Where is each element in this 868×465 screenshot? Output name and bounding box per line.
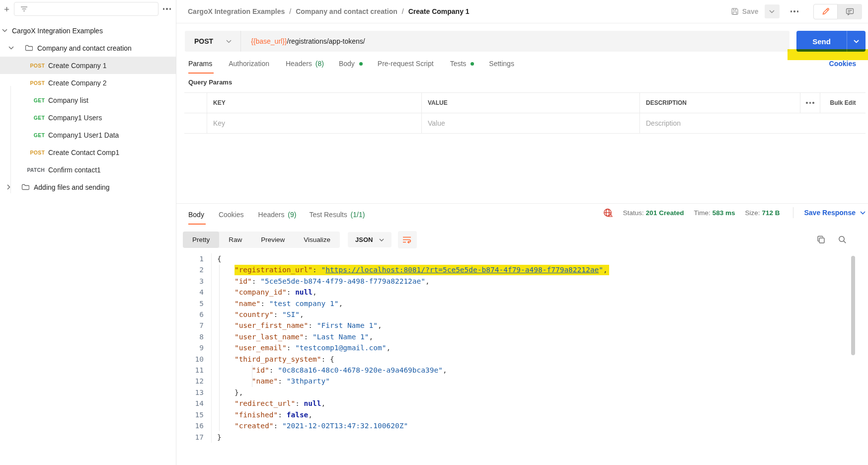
sidebar-request-item[interactable]: POST Create Company 2	[0, 74, 176, 91]
tab[interactable]: Tests	[450, 60, 474, 74]
yellow-highlight-annotation: "registration_url": "https://localhost:8…	[235, 265, 609, 275]
line-number: 1	[176, 253, 204, 264]
sidebar-item-collection[interactable]: CargoX Integration Examples	[0, 22, 176, 39]
registration-url-link[interactable]: https://localhost:8081/?rt=5ce5e5de-b874…	[325, 266, 599, 274]
status-badge: Status:201 Created	[623, 209, 684, 217]
request-url-bar: POST {{base_url}}/registrations/app-toke…	[185, 31, 866, 52]
line-number: 16	[176, 420, 204, 431]
sidebar-request-item[interactable]: GET Company list	[0, 91, 176, 109]
tab[interactable]: Headers (8)	[286, 60, 324, 74]
cookies-link[interactable]: Cookies	[829, 60, 856, 74]
comments-button[interactable]	[838, 4, 862, 19]
line-content: "name": "3thparty"	[211, 376, 330, 387]
method-badge: POST	[26, 150, 45, 155]
send-button[interactable]: Send	[796, 31, 866, 52]
request-more-icon[interactable]	[790, 10, 799, 12]
request-name: Create Contact Comp1	[48, 149, 119, 156]
scrollbar-thumb[interactable]	[851, 256, 855, 355]
params-more-icon[interactable]	[800, 93, 820, 113]
line-number: 2	[176, 264, 204, 275]
tab[interactable]: Pre-request Script	[378, 60, 435, 74]
search-icon[interactable]	[838, 235, 847, 244]
tab[interactable]: Settings	[489, 60, 516, 74]
view-tab[interactable]: Visualize	[294, 232, 340, 248]
line-number: 8	[176, 331, 204, 342]
line-number: 11	[176, 365, 204, 376]
tab[interactable]: Params	[188, 60, 214, 74]
method-select[interactable]: POST	[185, 37, 240, 45]
line-content: "company_id": null,	[211, 287, 317, 298]
send-options-button[interactable]	[847, 31, 866, 52]
table-row: Key Value Description	[184, 113, 866, 134]
view-tab[interactable]: Pretty	[183, 232, 219, 248]
tab[interactable]: Body	[188, 211, 206, 225]
tab[interactable]: Headers (9)	[258, 211, 297, 225]
value-input[interactable]: Value	[421, 113, 639, 133]
tab[interactable]: Body	[339, 60, 363, 74]
edit-pencil-button[interactable]	[813, 4, 838, 19]
description-input[interactable]: Description	[639, 113, 866, 133]
folder-icon	[21, 184, 29, 190]
tab-label: Params	[188, 60, 212, 68]
save-icon	[731, 7, 739, 15]
chevron-down-icon[interactable]	[8, 46, 14, 50]
tab[interactable]: Authorization	[229, 60, 271, 74]
indent-guide	[252, 365, 252, 387]
row-checkbox-cell	[184, 113, 207, 133]
save-response-button[interactable]: Save Response	[804, 209, 866, 217]
sidebar-more-icon[interactable]	[163, 8, 171, 10]
chevron-down-icon[interactable]	[2, 29, 7, 32]
request-list: POST Create Company 1 POST Create Compan…	[0, 57, 176, 178]
key-input[interactable]: Key	[207, 113, 421, 133]
breadcrumb-separator: /	[289, 7, 291, 15]
sidebar-request-item[interactable]: POST Create Company 1	[0, 57, 176, 74]
view-tab[interactable]: Preview	[251, 232, 294, 248]
query-params-table: KEY VALUE DESCRIPTION Bulk Edit Key Valu…	[184, 92, 866, 134]
method-value: POST	[194, 37, 213, 45]
line-content: "user_last_name": "Last Name 1",	[211, 331, 373, 342]
method-badge: GET	[26, 132, 45, 138]
line-number: 4	[176, 287, 204, 298]
line-content: "id": "5ce5e5de-b874-4f79-a498-f779a8221…	[211, 276, 430, 287]
copy-icon[interactable]	[817, 235, 825, 244]
method-badge: POST	[26, 80, 45, 86]
chevron-right-icon[interactable]	[7, 184, 10, 190]
breadcrumb-collection[interactable]: CargoX Integration Examples	[188, 7, 285, 15]
sidebar-item-folder-collapsed[interactable]: Adding files and sending	[0, 178, 176, 196]
tab[interactable]: Cookies	[219, 211, 245, 225]
method-badge: POST	[26, 63, 45, 69]
folder-name: Company and contact creation	[37, 44, 132, 52]
network-warning-icon[interactable]	[603, 208, 613, 218]
view-mode-tabs: Pretty Raw Preview Visualize	[183, 232, 340, 248]
code-line: 11 "id": "0c8c8a16-48c0-4678-920e-a9a469…	[176, 365, 868, 376]
sidebar-request-item[interactable]: PATCH Confirm contact1	[0, 161, 176, 178]
column-description: DESCRIPTION	[639, 93, 800, 113]
save-options-button[interactable]	[765, 4, 780, 18]
sidebar-request-item[interactable]: GET Company1 User1 Data	[0, 126, 176, 144]
breadcrumb-folder[interactable]: Company and contact creation	[296, 7, 397, 15]
sidebar-request-item[interactable]: GET Company1 Users	[0, 109, 176, 126]
view-tab[interactable]: Raw	[219, 232, 251, 248]
sidebar-toolbar: +	[0, 0, 176, 18]
sidebar-item-folder[interactable]: Company and contact creation	[0, 39, 176, 57]
code-line: 4 "company_id": null,	[176, 287, 868, 298]
save-button[interactable]: Save	[726, 7, 764, 15]
line-content: "created": "2021-12-02T13:47:32.100620Z"	[211, 420, 408, 431]
header-actions: Save	[726, 4, 862, 19]
response-body-json: 1 { 2 "registration_url": "https://local…	[176, 253, 868, 443]
format-select[interactable]: JSON	[348, 232, 391, 247]
sidebar-filter-input[interactable]	[14, 2, 158, 16]
sidebar-request-item[interactable]: POST Create Contact Comp1	[0, 144, 176, 161]
breadcrumb-request: Create Company 1	[408, 7, 470, 15]
wrap-text-button[interactable]	[398, 231, 417, 248]
tab-count: (1/1)	[349, 211, 365, 219]
collection-name: CargoX Integration Examples	[12, 27, 103, 35]
url-input[interactable]: {{base_url}}/registrations/app-tokens/	[241, 37, 365, 45]
new-tab-icon[interactable]: +	[4, 4, 9, 14]
tab[interactable]: Test Results (1/1)	[309, 211, 365, 225]
line-number: 9	[176, 342, 204, 353]
send-label[interactable]: Send	[796, 31, 847, 52]
code-line: 14 "redirect_url": null,	[176, 398, 868, 409]
column-key: KEY	[207, 93, 421, 113]
bulk-edit-button[interactable]: Bulk Edit	[820, 93, 866, 113]
